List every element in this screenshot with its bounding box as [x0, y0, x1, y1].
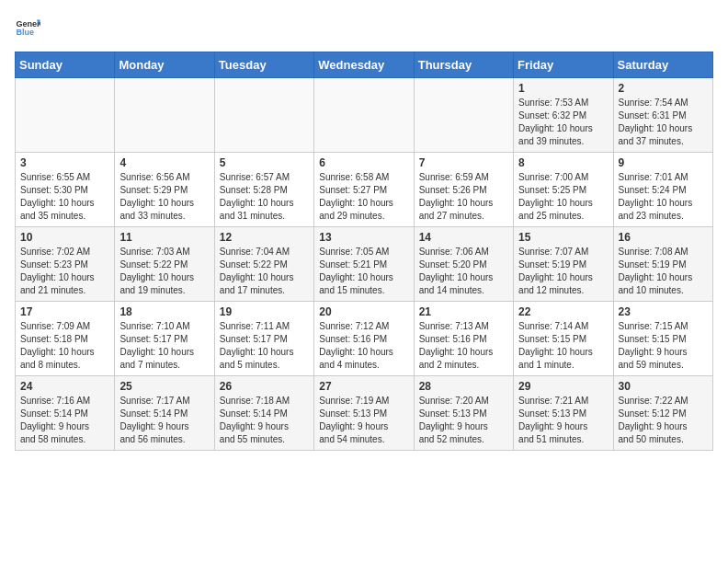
day-info: Sunrise: 7:17 AM Sunset: 5:14 PM Dayligh…	[119, 395, 209, 446]
day-number: 3	[20, 156, 109, 169]
day-info: Sunrise: 7:05 AM Sunset: 5:21 PM Dayligh…	[319, 246, 408, 297]
calendar-cell: 4Sunrise: 6:56 AM Sunset: 5:29 PM Daylig…	[115, 153, 214, 227]
day-info: Sunrise: 6:58 AM Sunset: 5:27 PM Dayligh…	[319, 171, 408, 223]
weekday-header-thursday: Thursday	[414, 52, 513, 78]
day-number: 29	[518, 380, 608, 393]
calendar-cell	[214, 78, 313, 153]
calendar-cell: 10Sunrise: 7:02 AM Sunset: 5:23 PM Dayli…	[16, 227, 115, 302]
calendar-cell: 21Sunrise: 7:13 AM Sunset: 5:16 PM Dayli…	[414, 302, 513, 376]
calendar-cell: 28Sunrise: 7:20 AM Sunset: 5:13 PM Dayli…	[414, 376, 513, 451]
calendar-cell: 20Sunrise: 7:12 AM Sunset: 5:16 PM Dayli…	[314, 302, 414, 376]
calendar-cell	[115, 78, 214, 153]
calendar-week-3: 10Sunrise: 7:02 AM Sunset: 5:23 PM Dayli…	[16, 227, 713, 302]
calendar-cell: 8Sunrise: 7:00 AM Sunset: 5:25 PM Daylig…	[514, 153, 613, 227]
day-info: Sunrise: 7:19 AM Sunset: 5:13 PM Dayligh…	[319, 395, 408, 446]
weekday-header-tuesday: Tuesday	[214, 52, 313, 78]
day-info: Sunrise: 7:06 AM Sunset: 5:20 PM Dayligh…	[419, 246, 508, 297]
calendar-cell: 13Sunrise: 7:05 AM Sunset: 5:21 PM Dayli…	[314, 227, 414, 302]
day-number: 11	[119, 231, 209, 244]
day-number: 4	[119, 156, 209, 169]
calendar-week-4: 17Sunrise: 7:09 AM Sunset: 5:18 PM Dayli…	[16, 302, 713, 376]
calendar-cell: 9Sunrise: 7:01 AM Sunset: 5:24 PM Daylig…	[613, 153, 712, 227]
weekday-header-sunday: Sunday	[16, 52, 115, 78]
day-info: Sunrise: 6:56 AM Sunset: 5:29 PM Dayligh…	[119, 171, 209, 223]
calendar-cell: 30Sunrise: 7:22 AM Sunset: 5:12 PM Dayli…	[613, 376, 712, 451]
day-number: 6	[319, 156, 408, 169]
day-number: 8	[518, 156, 608, 169]
day-info: Sunrise: 7:09 AM Sunset: 5:18 PM Dayligh…	[20, 320, 109, 372]
calendar-cell: 11Sunrise: 7:03 AM Sunset: 5:22 PM Dayli…	[115, 227, 214, 302]
calendar-cell: 6Sunrise: 6:58 AM Sunset: 5:27 PM Daylig…	[314, 153, 414, 227]
day-info: Sunrise: 7:20 AM Sunset: 5:13 PM Dayligh…	[419, 395, 508, 446]
day-number: 19	[220, 305, 309, 318]
day-number: 7	[419, 156, 508, 169]
weekday-header-monday: Monday	[115, 52, 214, 78]
day-number: 27	[319, 380, 408, 393]
day-number: 25	[119, 380, 209, 393]
calendar-week-1: 1Sunrise: 7:53 AM Sunset: 6:32 PM Daylig…	[16, 78, 713, 153]
calendar-cell: 14Sunrise: 7:06 AM Sunset: 5:20 PM Dayli…	[414, 227, 513, 302]
calendar-table: SundayMondayTuesdayWednesdayThursdayFrid…	[15, 52, 713, 451]
svg-text:General: General	[16, 19, 40, 29]
calendar-cell: 17Sunrise: 7:09 AM Sunset: 5:18 PM Dayli…	[16, 302, 115, 376]
day-number: 12	[220, 231, 309, 244]
day-number: 9	[619, 156, 708, 169]
weekday-header-wednesday: Wednesday	[314, 52, 414, 78]
day-number: 15	[518, 231, 608, 244]
day-info: Sunrise: 7:00 AM Sunset: 5:25 PM Dayligh…	[518, 171, 608, 223]
day-info: Sunrise: 7:15 AM Sunset: 5:15 PM Dayligh…	[619, 320, 708, 372]
calendar-cell: 22Sunrise: 7:14 AM Sunset: 5:15 PM Dayli…	[514, 302, 613, 376]
day-number: 10	[20, 231, 109, 244]
day-info: Sunrise: 7:11 AM Sunset: 5:17 PM Dayligh…	[220, 320, 309, 372]
day-number: 21	[419, 305, 508, 318]
day-info: Sunrise: 7:16 AM Sunset: 5:14 PM Dayligh…	[20, 395, 109, 446]
day-info: Sunrise: 6:55 AM Sunset: 5:30 PM Dayligh…	[20, 171, 109, 223]
weekday-header-row: SundayMondayTuesdayWednesdayThursdayFrid…	[16, 52, 713, 78]
calendar-cell: 24Sunrise: 7:16 AM Sunset: 5:14 PM Dayli…	[16, 376, 115, 451]
weekday-header-friday: Friday	[514, 52, 613, 78]
day-info: Sunrise: 7:14 AM Sunset: 5:15 PM Dayligh…	[518, 320, 608, 372]
calendar-cell: 12Sunrise: 7:04 AM Sunset: 5:22 PM Dayli…	[214, 227, 313, 302]
day-info: Sunrise: 7:02 AM Sunset: 5:23 PM Dayligh…	[20, 246, 109, 297]
day-info: Sunrise: 7:01 AM Sunset: 5:24 PM Dayligh…	[619, 171, 708, 223]
day-number: 1	[518, 82, 608, 95]
calendar-cell	[314, 78, 414, 153]
calendar-cell	[16, 78, 115, 153]
day-number: 24	[20, 380, 109, 393]
calendar-week-5: 24Sunrise: 7:16 AM Sunset: 5:14 PM Dayli…	[16, 376, 713, 451]
calendar-cell: 3Sunrise: 6:55 AM Sunset: 5:30 PM Daylig…	[16, 153, 115, 227]
day-number: 20	[319, 305, 408, 318]
day-number: 30	[619, 380, 708, 393]
day-number: 13	[319, 231, 408, 244]
calendar-cell: 27Sunrise: 7:19 AM Sunset: 5:13 PM Dayli…	[314, 376, 414, 451]
day-info: Sunrise: 7:12 AM Sunset: 5:16 PM Dayligh…	[319, 320, 408, 372]
day-number: 14	[419, 231, 508, 244]
page-header: General Blue	[15, 15, 713, 40]
day-info: Sunrise: 7:07 AM Sunset: 5:19 PM Dayligh…	[518, 246, 608, 297]
day-info: Sunrise: 6:57 AM Sunset: 5:28 PM Dayligh…	[220, 171, 309, 223]
calendar-cell: 2Sunrise: 7:54 AM Sunset: 6:31 PM Daylig…	[613, 78, 712, 153]
day-number: 16	[619, 231, 708, 244]
logo: General Blue	[15, 15, 40, 40]
day-number: 17	[20, 305, 109, 318]
day-info: Sunrise: 7:04 AM Sunset: 5:22 PM Dayligh…	[220, 246, 309, 297]
day-info: Sunrise: 7:18 AM Sunset: 5:14 PM Dayligh…	[220, 395, 309, 446]
day-info: Sunrise: 6:59 AM Sunset: 5:26 PM Dayligh…	[419, 171, 508, 223]
day-info: Sunrise: 7:08 AM Sunset: 5:19 PM Dayligh…	[619, 246, 708, 297]
calendar-cell: 25Sunrise: 7:17 AM Sunset: 5:14 PM Dayli…	[115, 376, 214, 451]
calendar-cell: 16Sunrise: 7:08 AM Sunset: 5:19 PM Dayli…	[613, 227, 712, 302]
calendar-cell: 7Sunrise: 6:59 AM Sunset: 5:26 PM Daylig…	[414, 153, 513, 227]
calendar-cell: 5Sunrise: 6:57 AM Sunset: 5:28 PM Daylig…	[214, 153, 313, 227]
calendar-cell: 18Sunrise: 7:10 AM Sunset: 5:17 PM Dayli…	[115, 302, 214, 376]
day-number: 18	[119, 305, 209, 318]
day-info: Sunrise: 7:13 AM Sunset: 5:16 PM Dayligh…	[419, 320, 508, 372]
calendar-cell	[414, 78, 513, 153]
day-info: Sunrise: 7:53 AM Sunset: 6:32 PM Dayligh…	[518, 97, 608, 148]
weekday-header-saturday: Saturday	[613, 52, 712, 78]
day-number: 28	[419, 380, 508, 393]
calendar-week-2: 3Sunrise: 6:55 AM Sunset: 5:30 PM Daylig…	[16, 153, 713, 227]
calendar-cell: 26Sunrise: 7:18 AM Sunset: 5:14 PM Dayli…	[214, 376, 313, 451]
day-number: 26	[220, 380, 309, 393]
day-number: 5	[220, 156, 309, 169]
day-number: 2	[619, 82, 708, 95]
